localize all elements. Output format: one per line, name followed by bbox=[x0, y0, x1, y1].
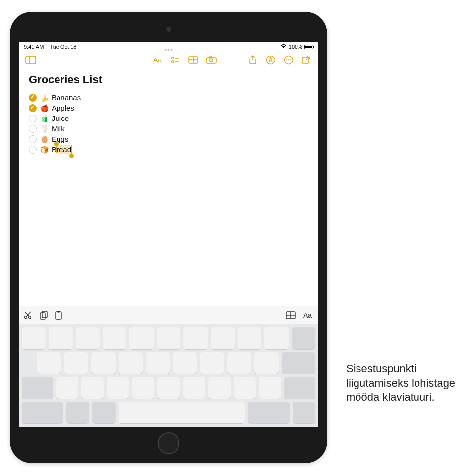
wifi-icon bbox=[280, 44, 287, 50]
key[interactable] bbox=[254, 352, 279, 374]
share-icon[interactable] bbox=[246, 53, 260, 67]
item-text: Bananas bbox=[52, 93, 81, 102]
item-emoji: 🍎 bbox=[40, 104, 49, 112]
compose-icon[interactable] bbox=[299, 53, 313, 67]
note-content[interactable]: Groceries List 🍌Bananas🍎Apples🧃Juice🥛Mil… bbox=[19, 69, 318, 306]
check-circle-icon[interactable] bbox=[29, 135, 37, 143]
key[interactable] bbox=[211, 327, 235, 349]
key[interactable] bbox=[22, 327, 46, 349]
checklist-item[interactable]: 🥚Eggs bbox=[29, 134, 308, 144]
key[interactable] bbox=[227, 352, 251, 374]
checklist-item[interactable]: 🍌Bananas bbox=[29, 92, 308, 103]
svg-point-19 bbox=[290, 59, 291, 60]
key[interactable] bbox=[234, 377, 256, 399]
key[interactable] bbox=[132, 377, 154, 399]
key[interactable] bbox=[183, 377, 205, 399]
copy-icon[interactable] bbox=[40, 311, 48, 320]
checklist-item[interactable]: 🍎Apples bbox=[29, 103, 308, 113]
key[interactable] bbox=[49, 327, 72, 349]
svg-point-11 bbox=[210, 59, 213, 62]
key[interactable] bbox=[183, 327, 207, 349]
key[interactable] bbox=[208, 377, 231, 399]
numbers-key[interactable] bbox=[22, 402, 63, 423]
check-circle-icon[interactable] bbox=[29, 104, 37, 112]
checklist-item[interactable]: 🧃Juice bbox=[29, 113, 308, 123]
checklist-icon[interactable] bbox=[169, 53, 182, 67]
battery-percent: 100% bbox=[289, 44, 302, 50]
notes-toolbar: ••• Aa bbox=[19, 51, 318, 69]
check-circle-icon[interactable] bbox=[29, 146, 37, 154]
more-icon[interactable] bbox=[282, 53, 296, 67]
text-format-icon[interactable]: Aa bbox=[151, 53, 165, 67]
key[interactable] bbox=[259, 377, 281, 399]
key[interactable] bbox=[173, 352, 197, 374]
svg-point-23 bbox=[25, 316, 27, 318]
check-circle-icon[interactable] bbox=[29, 94, 37, 102]
keyboard-table-icon[interactable] bbox=[286, 311, 296, 319]
key[interactable] bbox=[157, 327, 180, 349]
item-text: Apples bbox=[52, 104, 74, 112]
key[interactable] bbox=[91, 352, 116, 374]
key[interactable] bbox=[81, 377, 104, 399]
status-time-date: 9:41 AM Tue Oct 18 bbox=[24, 44, 76, 50]
item-emoji: 🍞 bbox=[40, 146, 49, 154]
keyboard-format-icon[interactable]: Aa bbox=[302, 311, 313, 320]
numbers-key[interactable] bbox=[248, 402, 290, 423]
item-text: Bread bbox=[52, 145, 71, 154]
selection-handle-end[interactable] bbox=[69, 154, 74, 158]
item-text: Milk bbox=[52, 124, 65, 133]
svg-rect-27 bbox=[40, 313, 45, 319]
return-key[interactable] bbox=[282, 352, 315, 374]
key[interactable] bbox=[129, 327, 153, 349]
item-emoji: 🥚 bbox=[40, 135, 49, 143]
backspace-key[interactable] bbox=[292, 327, 315, 349]
dismiss-keyboard-key[interactable] bbox=[293, 402, 315, 423]
item-text: Eggs bbox=[52, 135, 68, 143]
svg-rect-28 bbox=[42, 311, 47, 318]
paste-icon[interactable] bbox=[55, 311, 62, 320]
key[interactable] bbox=[64, 352, 88, 374]
callout-leader-line bbox=[310, 379, 343, 379]
key[interactable] bbox=[238, 327, 261, 349]
svg-rect-10 bbox=[206, 58, 216, 63]
key[interactable] bbox=[157, 377, 179, 399]
sidebar-toggle-icon[interactable] bbox=[24, 53, 38, 67]
shift-key[interactable] bbox=[284, 377, 315, 399]
globe-key[interactable] bbox=[66, 402, 89, 423]
svg-point-5 bbox=[172, 61, 174, 63]
selection-handle-start[interactable] bbox=[54, 142, 59, 146]
table-icon[interactable] bbox=[186, 53, 200, 67]
check-circle-icon[interactable] bbox=[29, 125, 37, 133]
checklist-item[interactable]: 🍞Bread bbox=[29, 144, 308, 155]
shift-key[interactable] bbox=[22, 377, 53, 399]
cut-icon[interactable] bbox=[24, 311, 33, 319]
key[interactable] bbox=[146, 352, 170, 374]
key[interactable] bbox=[107, 377, 129, 399]
home-button[interactable] bbox=[158, 432, 179, 454]
toolbar-overflow-dots[interactable]: ••• bbox=[164, 46, 173, 54]
key[interactable] bbox=[119, 352, 143, 374]
key[interactable] bbox=[76, 327, 100, 349]
key[interactable] bbox=[103, 327, 126, 349]
space-key[interactable] bbox=[119, 402, 245, 423]
svg-rect-29 bbox=[56, 312, 61, 319]
key[interactable] bbox=[56, 377, 78, 399]
camera-icon[interactable] bbox=[204, 53, 218, 67]
note-title: Groceries List bbox=[29, 73, 308, 86]
keyboard[interactable]: Aa bbox=[19, 306, 318, 427]
ipad-device-frame: 9:41 AM Tue Oct 18 100% ••• Aa bbox=[10, 12, 327, 463]
keyboard-keys[interactable] bbox=[19, 324, 318, 427]
item-text: Juice bbox=[52, 114, 69, 122]
svg-rect-0 bbox=[26, 56, 36, 64]
item-emoji: 🍌 bbox=[40, 94, 49, 102]
markup-icon[interactable] bbox=[264, 53, 278, 67]
checklist-item[interactable]: 🥛Milk bbox=[29, 123, 308, 134]
key[interactable] bbox=[264, 327, 288, 349]
key[interactable] bbox=[200, 352, 224, 374]
status-date: Tue Oct 18 bbox=[50, 44, 76, 50]
check-circle-icon[interactable] bbox=[29, 115, 37, 122]
svg-point-3 bbox=[172, 57, 174, 59]
battery-icon bbox=[304, 45, 313, 49]
key[interactable] bbox=[37, 352, 61, 374]
mic-key[interactable] bbox=[92, 402, 115, 423]
